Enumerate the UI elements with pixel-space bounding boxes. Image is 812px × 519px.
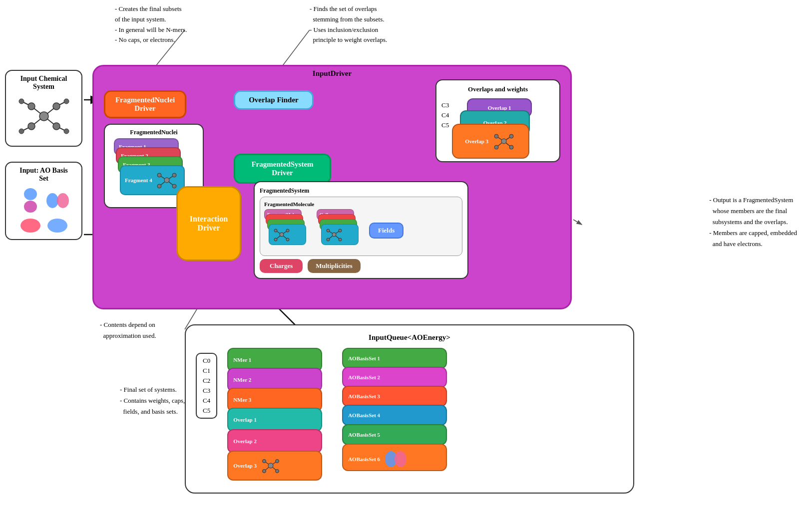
charges-multiplicities-row: Charges Multiplicities xyxy=(260,259,462,273)
input-ao-basis-label: Input: AO BasisSet xyxy=(19,167,67,182)
svg-point-11 xyxy=(28,103,35,110)
input-ao-basis-box: Input: AO BasisSet xyxy=(5,162,82,240)
left-sidebar: Input ChemicalSystem Inp xyxy=(5,70,82,240)
overlap3-molecule xyxy=(491,130,516,153)
iq-ao-5: AOBasisSet 5 xyxy=(342,424,447,445)
svg-point-49 xyxy=(286,229,289,232)
svg-point-15 xyxy=(19,99,24,104)
svg-point-32 xyxy=(494,145,498,149)
svg-point-38 xyxy=(164,178,169,183)
iq-title: InputQueue<AOEnergy> xyxy=(196,333,623,342)
svg-point-13 xyxy=(28,123,35,130)
input-chemical-system-box: Input ChemicalSystem xyxy=(5,70,82,147)
svg-point-66 xyxy=(262,460,266,463)
fm-right-stack: Ovfls... xyxy=(317,209,364,252)
svg-point-14 xyxy=(53,123,60,130)
input-queue-panel: InputQueue<AOEnergy> C0 C1 C2 C3 C4 C5 N… xyxy=(185,324,634,494)
svg-point-69 xyxy=(275,470,279,473)
iq-ao-1: AOBasisSet 1 xyxy=(342,348,447,369)
svg-point-30 xyxy=(494,134,498,138)
iq-overlap-2: Overlap 2 xyxy=(227,429,322,453)
overlaps-panel-title: Overlaps and weights xyxy=(441,85,554,93)
svg-point-57 xyxy=(327,229,330,232)
svg-point-40 xyxy=(172,173,176,177)
svg-point-18 xyxy=(64,129,69,134)
annotation-top-right: - Finds the set of overlaps stemming fro… xyxy=(310,4,387,45)
overlap-stack: Overlap 1 Overlap 2 Overlap 3 xyxy=(452,96,537,156)
fragmented-nuclei-driver-box: FragmentedNucleiDriver xyxy=(104,90,186,118)
molecule-diagram xyxy=(16,94,71,139)
iq-ao-4: AOBasisSet 4 xyxy=(342,405,447,426)
fragmented-system-driver-box: FragmentedSystem Driver xyxy=(234,154,331,184)
svg-point-39 xyxy=(157,173,161,177)
charges-box: Charges xyxy=(260,259,303,273)
annotation-bottom-left: - Contents depend on approximation used. xyxy=(100,319,156,341)
fragment-4: Fragment 4 xyxy=(120,165,185,195)
overlap-3: Overlap 3 xyxy=(452,124,529,159)
fs-panel-title: FragmentedSystem xyxy=(260,187,462,195)
fields-box: Fields xyxy=(369,223,404,239)
multiplicities-box: Multiplicities xyxy=(308,259,361,273)
svg-point-12 xyxy=(53,103,60,110)
fm-left-stack: FragmentMole... xyxy=(264,209,312,252)
svg-point-10 xyxy=(39,112,48,121)
orbital-red xyxy=(18,216,43,235)
c-labels: C3 C4 C5 xyxy=(441,101,449,129)
iq-ao-3: AOBasisSet 3 xyxy=(342,386,447,407)
iq-overlap-3: Overlap 3 xyxy=(227,451,322,481)
svg-point-31 xyxy=(509,134,513,138)
overlaps-panel: Overlaps and weights C3 C4 C5 Overlap 1 … xyxy=(435,79,560,162)
svg-point-60 xyxy=(339,238,342,241)
input-driver-label: InputDriver xyxy=(313,69,352,78)
svg-point-59 xyxy=(327,238,330,241)
fm-item-4 xyxy=(269,224,306,245)
id-label: Interaction Driver xyxy=(178,215,240,233)
svg-point-33 xyxy=(509,145,513,149)
svg-point-16 xyxy=(64,99,69,104)
fm-panel-title: FragmentedMolecule xyxy=(264,201,458,207)
svg-point-65 xyxy=(268,463,273,468)
svg-point-21 xyxy=(46,193,58,208)
svg-point-41 xyxy=(157,184,161,188)
fragmented-molecule-panel: FragmentedMolecule FragmentMole... xyxy=(260,197,462,256)
of-label: Overlap Finder xyxy=(249,96,299,104)
fm-overlap-4 xyxy=(321,224,359,245)
iq-ao-6: AOBasisSet 6 xyxy=(342,444,447,471)
iq-overlap-1: Overlap 1 xyxy=(227,408,322,432)
fragmented-system-panel: FragmentedSystem FragmentedMolecule Frag… xyxy=(254,181,468,279)
svg-point-17 xyxy=(19,129,24,134)
iq-ao-2: AOBasisSet 2 xyxy=(342,367,447,388)
svg-point-58 xyxy=(339,229,342,232)
svg-point-23 xyxy=(20,219,40,233)
svg-point-20 xyxy=(24,201,37,213)
input-chemical-system-label: Input ChemicalSystem xyxy=(20,75,67,90)
svg-point-67 xyxy=(275,460,279,463)
annotation-final: - Final set of systems. - Contains weigh… xyxy=(120,384,185,417)
svg-point-51 xyxy=(286,238,289,241)
fm-molecule xyxy=(272,226,292,244)
orbital-blue2 xyxy=(45,216,70,235)
fm-overlap-molecule xyxy=(324,226,344,244)
iq-ao-sets-stack: AOBasisSet 1 AOBasisSet 2 AOBasisSet 3 A… xyxy=(342,348,457,483)
svg-point-48 xyxy=(274,229,277,232)
svg-point-56 xyxy=(332,233,336,237)
input-driver-container: InputDriver FragmentedNucleiDriver Overl… xyxy=(92,65,572,309)
svg-point-19 xyxy=(24,188,37,200)
svg-point-47 xyxy=(280,233,284,237)
fragment4-molecule xyxy=(154,169,179,192)
svg-point-68 xyxy=(262,470,266,473)
iq-nmers-stack: NMer 1 NMer 2 NMer 3 Overlap 1 Overlap 2… xyxy=(227,348,332,483)
svg-point-22 xyxy=(57,193,69,208)
ao6-orbitals xyxy=(383,449,408,469)
iq-overlap3-molecule xyxy=(260,456,282,475)
iq-c-labels: C0 C1 C2 C3 C4 C5 xyxy=(196,353,217,419)
svg-point-24 xyxy=(47,219,67,233)
fnd-label: FragmentedNucleiDriver xyxy=(115,96,175,112)
overlap-finder-box: Overlap Finder xyxy=(234,90,314,110)
svg-point-42 xyxy=(172,184,176,188)
svg-point-50 xyxy=(274,238,277,241)
fsd-label: FragmentedSystem Driver xyxy=(251,160,313,177)
orbital-blue xyxy=(18,187,43,214)
orbital-pink xyxy=(45,187,70,214)
interaction-driver-box: Interaction Driver xyxy=(176,186,241,261)
